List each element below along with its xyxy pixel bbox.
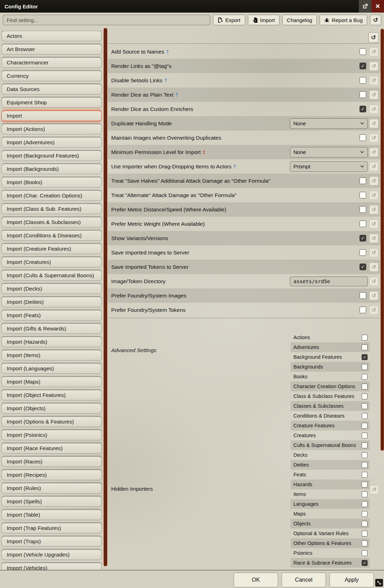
sidebar-item[interactable]: Art Browser [1,44,102,55]
sidebar-item[interactable]: Import (Maps) [1,377,102,387]
setting-checkbox[interactable] [360,206,366,213]
toolbar-reset-button[interactable]: ↺ [370,15,381,25]
hidden-importer-checkbox[interactable] [362,393,368,399]
setting-checkbox[interactable] [360,77,366,84]
hidden-importer-checkbox[interactable] [362,374,368,380]
setting-reset-button[interactable]: ↺ [369,90,378,99]
apply-button[interactable]: Apply [329,573,374,587]
hidden-importer-checkbox[interactable] [362,442,368,448]
setting-reset-button[interactable]: ↺ [369,62,378,71]
sidebar-item[interactable]: Import (Trap Features) [1,523,102,533]
sidebar-item[interactable]: Import (Vehicles) [1,563,102,570]
sidebar-item[interactable]: Import (Items) [1,350,102,360]
hidden-importer-checkbox[interactable] [362,413,368,419]
setting-checkbox[interactable] [360,177,366,184]
sidebar-item[interactable]: Import (Backgrounds) [1,164,102,174]
hidden-importer-checkbox[interactable]: ✓ [362,354,368,360]
hidden-importer-checkbox[interactable] [362,482,368,488]
ok-button[interactable]: OK [234,573,278,587]
sidebar-item[interactable]: Import (Classes & Subclasses) [1,217,102,227]
popout-button[interactable] [359,0,371,13]
sidebar-item[interactable]: Charactermancer [1,57,102,68]
sidebar-item[interactable]: Import (Object Features) [1,390,102,400]
setting-reset-button[interactable]: ↺ [369,76,378,85]
setting-checkbox[interactable]: ✓ [360,106,366,112]
setting-reset-button[interactable]: ↺ [369,176,378,186]
reset-all-button[interactable]: ↺ [368,32,379,43]
hidden-importer-checkbox[interactable] [362,344,368,350]
hidden-importer-checkbox[interactable] [362,511,368,517]
hidden-importer-checkbox[interactable] [362,550,368,556]
setting-checkbox[interactable] [360,192,366,198]
setting-checkbox[interactable] [360,292,366,299]
sidebar-item[interactable]: Import (Cults & Supernatural Boons) [1,270,102,281]
sidebar-item[interactable]: Import (Books) [1,177,102,188]
sidebar-item[interactable]: Import (Background Features) [1,150,102,161]
hidden-importer-checkbox[interactable] [362,433,368,439]
setting-checkbox[interactable] [360,249,366,256]
setting-text-input[interactable]: assets/srd5e [290,276,368,286]
resize-handle[interactable] [375,579,383,587]
setting-reset-button[interactable]: ↺ [369,234,378,243]
sidebar-item[interactable]: Import (Adventures) [1,137,102,148]
setting-select[interactable]: Prompt [290,161,368,172]
setting-select[interactable]: None [290,147,368,158]
sidebar-item[interactable]: Equipment Shop [1,97,102,108]
setting-reset-button[interactable]: ↺ [369,291,378,300]
sidebar-item[interactable]: Import (Conditions & Diseases) [1,230,102,241]
search-input[interactable] [3,15,210,25]
hidden-importers-reset-button[interactable]: ↺ [370,485,379,494]
sidebar-item[interactable]: Import (Vehicle Upgrades) [1,550,102,560]
setting-checkbox[interactable]: ✓ [360,264,366,270]
hidden-importer-checkbox[interactable] [362,384,368,390]
hidden-importer-checkbox[interactable] [362,521,368,527]
cancel-button[interactable]: Cancel [282,573,326,587]
sidebar-item[interactable]: Currency [1,71,102,81]
sidebar-scrollbar[interactable] [104,28,107,566]
setting-reset-button[interactable]: ↺ [369,162,378,171]
sidebar-item[interactable]: Import (Races) [1,456,102,467]
hidden-importer-checkbox[interactable] [362,531,368,537]
sidebar-item[interactable]: Import (Languages) [1,363,102,374]
sidebar-item[interactable]: Import (Creature Features) [1,244,102,254]
sidebar-item[interactable]: Import (Class & Sub. Features) [1,204,102,214]
hidden-importer-checkbox[interactable] [362,472,368,478]
sidebar-item[interactable]: Import (Gifts & Rewards) [1,323,102,334]
setting-reset-button[interactable]: ↺ [369,306,378,315]
hidden-importer-checkbox[interactable] [362,452,368,458]
setting-checkbox[interactable] [360,307,366,313]
sidebar-item[interactable]: Data Sources [1,84,102,94]
setting-checkbox[interactable] [360,91,366,98]
hidden-importer-checkbox[interactable] [362,462,368,468]
sidebar-item[interactable]: Import (Psionics) [1,430,102,440]
sidebar-item[interactable]: Import (Rules) [1,483,102,493]
setting-checkbox[interactable] [360,48,366,55]
import-button[interactable]: Import [248,15,280,25]
hidden-importer-checkbox[interactable] [362,491,368,497]
setting-checkbox[interactable]: ✓ [360,63,366,69]
export-button[interactable]: Export [213,15,245,25]
setting-select[interactable]: None [290,118,368,129]
setting-reset-button[interactable]: ↺ [369,47,378,56]
setting-reset-button[interactable]: ↺ [369,219,378,229]
setting-reset-button[interactable]: ↺ [369,262,378,272]
close-button[interactable]: × [371,0,384,13]
sidebar-item[interactable]: Import (Options & Features) [1,416,102,427]
hidden-importer-checkbox[interactable] [362,423,368,429]
setting-reset-button[interactable]: ↺ [369,191,378,200]
sidebar-item[interactable]: Import (Race Features) [1,443,102,454]
setting-reset-button[interactable]: ↺ [369,148,378,157]
report-bug-button[interactable]: Report a Bug [320,15,367,25]
setting-reset-button[interactable]: ↺ [369,133,378,142]
sidebar-item[interactable]: Import (Creatures) [1,257,102,267]
sidebar-item[interactable]: Import (Table) [1,510,102,520]
setting-checkbox[interactable] [360,220,366,227]
setting-reset-button[interactable]: ↺ [369,248,378,257]
setting-reset-button[interactable]: ↺ [369,105,378,114]
sidebar-item[interactable]: Import (Objects) [1,403,102,414]
sidebar-item[interactable]: Import [1,111,102,121]
setting-reset-button[interactable]: ↺ [369,205,378,214]
sidebar-item[interactable]: Import (Traps) [1,536,102,547]
hidden-importer-checkbox[interactable] [362,364,368,370]
setting-checkbox[interactable]: ✓ [360,235,366,241]
